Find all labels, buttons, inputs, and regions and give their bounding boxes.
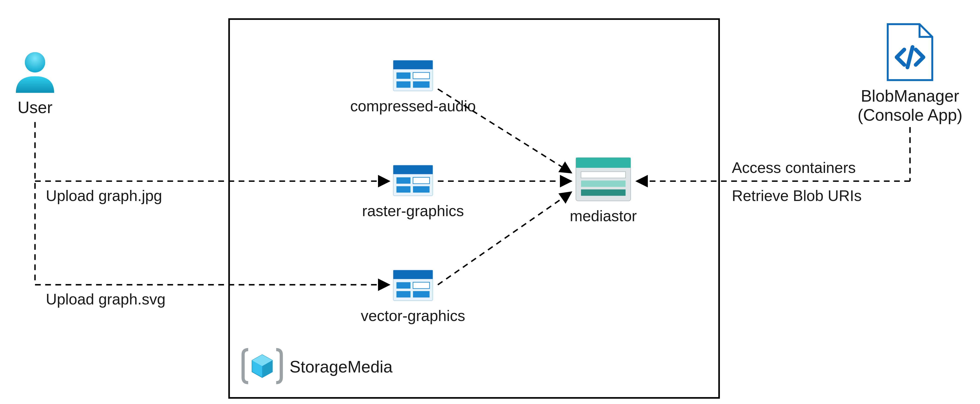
label-mediastor: mediastor xyxy=(570,208,637,224)
app-name: BlobManager xyxy=(861,87,959,105)
resource-group-name: StorageMedia xyxy=(290,358,393,376)
label-raster-graphics: raster-graphics xyxy=(362,202,464,219)
architecture-diagram: User Upload graph.jpg Upload graph.svg c… xyxy=(0,0,980,404)
storage-account-mediastor xyxy=(576,158,631,201)
label-upload-svg: Upload graph.svg xyxy=(46,291,165,308)
storage-account-icon xyxy=(576,158,631,201)
app-subtitle: (Console App) xyxy=(858,106,962,124)
container-icon xyxy=(393,270,433,301)
container-vector-graphics xyxy=(393,270,433,301)
arrow-compressed-to-mediastor xyxy=(438,89,571,173)
label-compressed-audio: compressed-audio xyxy=(350,98,476,114)
resource-group-icon xyxy=(243,350,281,383)
label-upload-jpg: Upload graph.jpg xyxy=(46,187,162,204)
label-access-containers: Access containers xyxy=(732,159,856,176)
container-raster-graphics xyxy=(393,165,433,196)
blobmanager-icon xyxy=(888,24,932,80)
code-file-icon xyxy=(888,24,932,80)
container-icon xyxy=(393,60,433,91)
label-vector-graphics: vector-graphics xyxy=(361,307,465,324)
container-icon xyxy=(393,165,433,196)
user-label: User xyxy=(18,98,52,117)
user-icon xyxy=(16,52,54,93)
label-retrieve-blob-uris: Retrieve Blob URIs xyxy=(732,187,862,204)
container-compressed-audio xyxy=(393,60,433,91)
resource-group-boundary xyxy=(229,19,719,398)
